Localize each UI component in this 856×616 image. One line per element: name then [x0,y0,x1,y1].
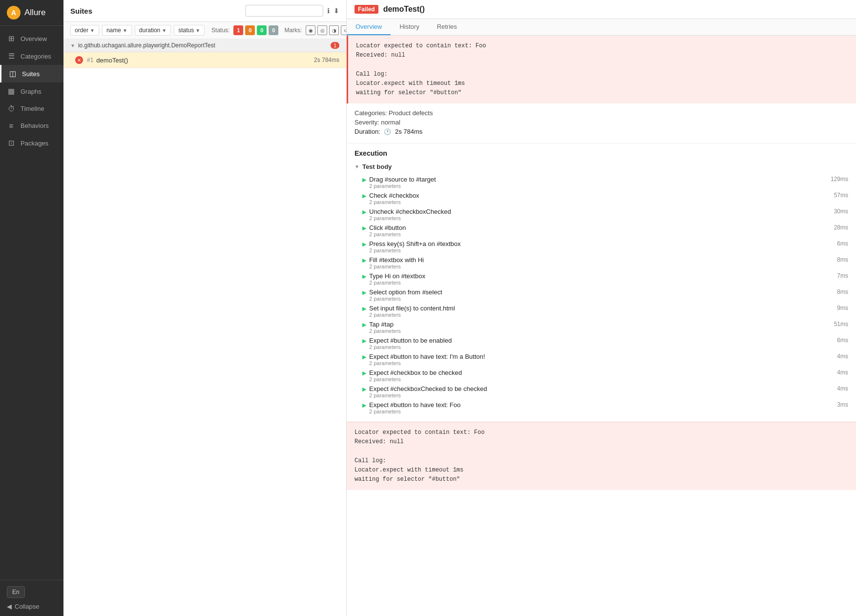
step-name: Type Hi on #textbox [369,272,833,280]
step-duration: 8ms [833,256,848,263]
step-row[interactable]: ▶ Fill #textbox with Hi 2 parameters 8ms [355,255,848,271]
step-params: 2 parameters [369,231,830,237]
categories-icon: ☰ [7,52,16,61]
step-duration: 4ms [833,369,848,376]
sidebar-nav: ⊞ Overview ☰ Categories ◫ Suites ▦ Graph… [0,26,63,580]
step-row[interactable]: ▶ Expect #button to be enabled 2 paramet… [355,335,848,351]
sidebar-item-timeline[interactable]: ⏱ Timeline [0,100,63,117]
step-params: 2 parameters [369,376,833,382]
step-name: Expect #button to have text: Foo [369,401,833,409]
step-duration: 129ms [827,176,848,183]
tab-overview[interactable]: Overview [347,19,391,35]
step-content: Press key(s) Shift+a on #textbox 2 param… [369,240,833,253]
step-duration: 57ms [830,192,848,199]
detail-header: Failed demoTest() [347,0,856,19]
step-arrow-icon: ▶ [362,273,366,280]
sort-status-label: status [178,27,194,34]
step-params: 2 parameters [369,328,830,334]
step-arrow-icon: ▶ [362,257,366,264]
sidebar-item-suites[interactable]: ◫ Suites [0,65,63,82]
step-row[interactable]: ▶ Drag #source to #target 2 parameters 1… [355,174,848,190]
step-row[interactable]: ▶ Press key(s) Shift+a on #textbox 2 par… [355,239,848,255]
detail-panel: Failed demoTest() Overview History Retri… [347,0,856,616]
detail-status-badge: Failed [355,5,378,14]
step-duration: 9ms [833,305,848,311]
info-icon-button[interactable]: ℹ [327,7,330,15]
step-content: Fill #textbox with Hi 2 parameters [369,256,833,269]
mark-icon-1[interactable]: ◉ [306,25,315,35]
status-badge-failed[interactable]: 1 [233,25,243,35]
collapse-button[interactable]: ◀ Collapse [7,603,57,610]
language-button[interactable]: En [7,586,25,598]
duration-value: 2s 784ms [395,128,422,135]
test-body-header[interactable]: ▼ Test body [355,161,848,174]
sort-name-arrow-icon: ▼ [123,28,127,33]
step-row[interactable]: ▶ Tap #tap 2 parameters 51ms [355,319,848,335]
step-name: Click #button [369,224,830,231]
sidebar-item-behaviors[interactable]: ≡ Behaviors [0,117,63,134]
sort-order-label: order [75,27,88,34]
download-icon-button[interactable]: ⬇ [334,7,339,15]
step-row[interactable]: ▶ Set input file(s) to content.html 2 pa… [355,303,848,319]
sidebar-item-graphs[interactable]: ▦ Graphs [0,82,63,100]
status-badge-skipped[interactable]: 0 [269,25,278,35]
step-content: Expect #button to be enabled 2 parameter… [369,337,833,350]
step-name: Fill #textbox with Hi [369,256,833,264]
status-badge-broken[interactable]: 0 [245,25,255,35]
test-body-label: Test body [362,163,392,170]
mark-icon-4[interactable]: ↺ [341,25,347,35]
step-row[interactable]: ▶ Select option from #select 2 parameter… [355,287,848,303]
sort-order-arrow-icon: ▼ [90,28,95,33]
step-duration: 30ms [830,208,848,215]
step-content: Click #button 2 parameters [369,224,830,237]
step-name: Expect #button to have text: I'm a Butto… [369,353,833,360]
overview-icon: ⊞ [7,34,16,43]
mark-icon-3[interactable]: ◑ [329,25,339,35]
step-arrow-icon: ▶ [362,338,366,344]
step-row[interactable]: ▶ Expect #button to have text: I'm a But… [355,351,848,368]
sort-duration-button[interactable]: duration ▼ [135,25,171,36]
status-filter: Status: 1 0 0 0 [211,25,278,35]
step-params: 2 parameters [369,264,833,269]
step-row[interactable]: ▶ Click #button 2 parameters 28ms [355,223,848,239]
suite-group-header[interactable]: ▼ io.github.uchagani.allure.playwright.D… [63,39,346,52]
detail-content: Locator expected to contain text: Foo Re… [347,36,856,616]
mark-icon-2[interactable]: ◎ [317,25,327,35]
search-input[interactable] [245,5,323,17]
content-area: Suites ℹ ⬇ order ▼ name ▼ duration ▼ sta… [63,0,856,616]
suites-header-actions: ℹ ⬇ [245,5,339,17]
marks-filter-label: Marks: [284,27,302,34]
status-badge-passed[interactable]: 0 [257,25,267,35]
step-duration: 6ms [833,240,848,247]
test-row[interactable]: ✕ #1 demoTest() 2s 784ms [63,52,346,68]
step-params: 2 parameters [369,409,833,414]
step-content: Expect #button to have text: Foo 2 param… [369,401,833,414]
top-error-text: Locator expected to contain text: Foo Re… [356,42,486,96]
detail-test-title: demoTest() [383,5,425,14]
sort-order-button[interactable]: order ▼ [70,25,99,36]
sidebar-item-packages[interactable]: ⊡ Packages [0,134,63,152]
step-row[interactable]: ▶ Expect #checkbox to be checked 2 param… [355,368,848,384]
step-row[interactable]: ▶ Expect #checkboxChecked to be checked … [355,384,848,400]
step-duration: 51ms [830,321,848,328]
step-row[interactable]: ▶ Check #checkbox 2 parameters 57ms [355,190,848,206]
step-content: Expect #checkboxChecked to be checked 2 … [369,385,833,398]
sidebar-item-overview[interactable]: ⊞ Overview [0,30,63,47]
suite-group: ▼ io.github.uchagani.allure.playwright.D… [63,39,346,68]
step-params: 2 parameters [369,280,833,286]
test-number: #1 [87,57,93,63]
sort-status-button[interactable]: status ▼ [174,25,205,36]
tab-retries[interactable]: Retries [428,19,466,35]
step-row[interactable]: ▶ Type Hi on #textbox 2 parameters 7ms [355,271,848,287]
sidebar-item-categories[interactable]: ☰ Categories [0,47,63,65]
sort-name-button[interactable]: name ▼ [102,25,132,36]
step-params: 2 parameters [369,392,833,398]
step-params: 2 parameters [369,183,827,189]
step-row[interactable]: ▶ Expect #button to have text: Foo 2 par… [355,400,848,416]
step-content: Set input file(s) to content.html 2 para… [369,305,833,318]
step-duration: 4ms [833,385,848,392]
step-arrow-icon: ▶ [362,225,366,231]
tab-history[interactable]: History [391,19,428,35]
step-content: Drag #source to #target 2 parameters [369,176,827,189]
step-row[interactable]: ▶ Uncheck #checkboxChecked 2 parameters … [355,206,848,223]
